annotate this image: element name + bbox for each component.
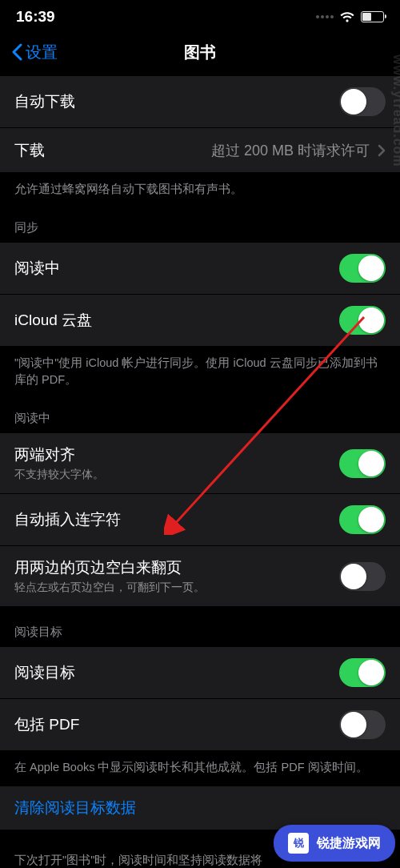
row-label: 自动插入连字符 bbox=[14, 509, 121, 530]
row-reading-goals[interactable]: 阅读目标 bbox=[0, 646, 400, 699]
toggle-hyphenation[interactable] bbox=[339, 505, 386, 534]
row-auto-download[interactable]: 自动下载 bbox=[0, 75, 400, 128]
sync-footer: "阅读中"使用 iCloud 帐户进行同步。使用 iCloud 云盘同步已添加到… bbox=[0, 347, 400, 393]
chevron-right-icon bbox=[378, 144, 386, 157]
row-justify[interactable]: 两端对齐 不支持较大字体。 bbox=[0, 432, 400, 494]
row-label: 包括 PDF bbox=[14, 714, 79, 735]
row-label: iCloud 云盘 bbox=[14, 310, 92, 331]
source-badge: 锐 锐捷游戏网 bbox=[274, 825, 395, 862]
download-footer: 允许通过蜂窝网络自动下载图书和有声书。 bbox=[0, 173, 400, 203]
toggle-icloud[interactable] bbox=[339, 306, 386, 335]
row-label: 阅读中 bbox=[14, 258, 60, 279]
toggle-include-pdf[interactable] bbox=[339, 710, 386, 739]
toggle-margin-tap[interactable] bbox=[339, 562, 386, 591]
toggle-justify[interactable] bbox=[339, 449, 386, 478]
row-label: 自动下载 bbox=[14, 91, 75, 112]
status-indicators bbox=[316, 11, 384, 23]
row-download-limit[interactable]: 下载 超过 200 MB 时请求许可 bbox=[0, 128, 400, 173]
page-title: 图书 bbox=[184, 42, 216, 63]
row-label: 两端对齐 bbox=[14, 444, 104, 465]
row-label: 下载 bbox=[14, 140, 45, 161]
goals-header: 阅读目标 bbox=[0, 607, 400, 646]
row-clear-goals[interactable]: 清除阅读目标数据 bbox=[0, 786, 400, 830]
toggle-auto-download[interactable] bbox=[339, 87, 386, 116]
nav-bar: 设置 图书 bbox=[0, 32, 400, 75]
row-sublabel: 轻点左或右页边空白，可翻到下一页。 bbox=[14, 581, 205, 595]
toggle-goals[interactable] bbox=[339, 658, 386, 687]
back-label: 设置 bbox=[26, 42, 58, 63]
row-label: 清除阅读目标数据 bbox=[14, 798, 136, 818]
status-time: 16:39 bbox=[16, 8, 55, 26]
toggle-reading-now[interactable] bbox=[339, 254, 386, 283]
row-value: 超过 200 MB 时请求许可 bbox=[211, 141, 386, 160]
row-sublabel: 不支持较大字体。 bbox=[14, 468, 104, 482]
goals-footer: 在 Apple Books 中显示阅读时长和其他成就。包括 PDF 阅读时间。 bbox=[0, 751, 400, 781]
chevron-left-icon bbox=[11, 43, 22, 61]
row-hyphenation[interactable]: 自动插入连字符 bbox=[0, 494, 400, 546]
status-bar: 16:39 bbox=[0, 0, 400, 32]
row-icloud-drive[interactable]: iCloud 云盘 bbox=[0, 295, 400, 347]
battery-icon bbox=[361, 11, 384, 22]
row-margin-tap[interactable]: 用两边的页边空白来翻页 轻点左或右页边空白，可翻到下一页。 bbox=[0, 546, 400, 607]
watermark-text: www.ytread.com bbox=[390, 54, 400, 167]
badge-text: 锐捷游戏网 bbox=[317, 835, 381, 852]
row-include-pdf[interactable]: 包括 PDF bbox=[0, 699, 400, 751]
sync-header: 同步 bbox=[0, 203, 400, 242]
cellular-dots-icon bbox=[316, 15, 334, 18]
badge-logo-icon: 锐 bbox=[288, 833, 309, 854]
row-label: 用两边的页边空白来翻页 bbox=[14, 557, 205, 578]
row-reading-now-sync[interactable]: 阅读中 bbox=[0, 242, 400, 295]
reading-header: 阅读中 bbox=[0, 393, 400, 432]
row-label: 阅读目标 bbox=[14, 662, 75, 683]
wifi-icon bbox=[339, 11, 355, 23]
back-button[interactable]: 设置 bbox=[11, 42, 58, 63]
